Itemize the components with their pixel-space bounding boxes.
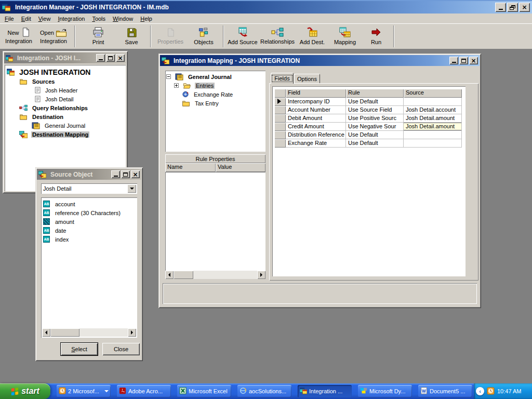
toolbar-button-add-source[interactable]: Add Source [227, 25, 259, 48]
close-button[interactable]: Close [102, 343, 140, 355]
integration-window-titlebar[interactable]: Integration - JOSH I... × [4, 52, 126, 63]
menu-integration[interactable]: Integration [54, 15, 88, 23]
tab-options[interactable]: Options [294, 74, 320, 84]
menu-file[interactable]: File [1, 15, 18, 23]
toolbar-button-print[interactable]: Print [81, 25, 115, 48]
menu-tools[interactable]: Tools [88, 15, 109, 23]
tree-item-destination-mapping[interactable]: Destination Mapping [19, 130, 126, 139]
menu-help[interactable]: Help [137, 15, 156, 23]
row-selector[interactable] [274, 123, 286, 131]
horizontal-scrollbar[interactable] [165, 271, 265, 279]
tree-item-josh-header[interactable]: Josh Header [35, 86, 126, 95]
minimize-button[interactable] [96, 54, 105, 62]
grid-row-account-number: Account Number Use Source Field Josh Det… [274, 106, 462, 114]
status-description-box [163, 283, 477, 304]
tray-clock-icon[interactable] [487, 387, 495, 396]
add-dest-icon [307, 27, 318, 38]
list-item-account[interactable]: AB account [43, 200, 137, 208]
scrollbar-thumb[interactable] [50, 328, 79, 337]
minimize-button[interactable] [449, 57, 458, 64]
list-item-date[interactable]: AB date [43, 226, 137, 235]
tree-item-query-relationships[interactable]: Query Relationships [19, 103, 126, 112]
mapping-window-titlebar[interactable]: Integration Mapping - JOSH INTEGRATION × [160, 55, 480, 66]
toolbar-button-new-integration[interactable]: New Integration [2, 25, 35, 48]
tree-item-sources[interactable]: Sources [19, 77, 126, 86]
toolbar-button-relationships[interactable]: Relationships [259, 25, 296, 48]
tree-root-josh-integration[interactable]: JOSH INTEGRATION [7, 67, 126, 77]
tree-item-exchange-rate[interactable]: Exchange Rate [182, 90, 265, 99]
add-source-icon [237, 27, 248, 38]
toolbar-button-run[interactable]: Run [362, 25, 391, 48]
relationships-icon [271, 28, 284, 38]
toolbar-button-save[interactable]: Save [115, 25, 148, 48]
minimize-button[interactable] [111, 170, 120, 178]
column-header-rule[interactable]: Rule [346, 89, 404, 98]
column-header-source[interactable]: Source [404, 89, 462, 98]
toolbar-button-mapping[interactable]: Mapping [328, 25, 362, 48]
start-button[interactable]: start [0, 383, 50, 399]
column-header-field[interactable]: Field [286, 89, 346, 98]
menu-window[interactable]: Window [109, 15, 137, 23]
tree-item-general-journal[interactable]: General Journal [32, 121, 126, 130]
scroll-left-button[interactable] [42, 328, 50, 337]
maximize-button[interactable] [121, 170, 130, 178]
windows-flag-icon [11, 387, 19, 395]
taskbar-group-button-microsoft[interactable]: 2 Microsof... [57, 385, 111, 397]
document-icon [35, 87, 41, 94]
tree-item-tax-entry[interactable]: Tax Entry [182, 99, 265, 108]
tree-item-destination[interactable]: Destination [19, 112, 126, 121]
source-table-combobox[interactable]: Josh Detail [41, 183, 137, 194]
source-object-titlebar[interactable]: Source Object × [37, 169, 141, 180]
list-item-reference[interactable]: AB reference (30 Characters) [43, 208, 137, 217]
row-selector[interactable] [274, 139, 286, 148]
expand-expander[interactable] [174, 83, 179, 88]
row-selector[interactable] [274, 114, 286, 123]
taskbar-button-document5[interactable]: Document5 ... [418, 385, 472, 397]
list-item-amount[interactable]: AB amount [43, 217, 137, 226]
maximize-button[interactable] [459, 57, 468, 64]
main-titlebar[interactable]: Integration Manager - JOSH INTEGRATION -… [0, 1, 532, 14]
horizontal-scrollbar[interactable] [42, 328, 136, 337]
restore-button[interactable] [507, 3, 518, 12]
toolbar-button-open-integration[interactable]: Open Integration [35, 25, 72, 48]
app-icon [2, 3, 10, 11]
maximize-button[interactable] [106, 54, 115, 62]
combobox-dropdown-button[interactable] [127, 184, 136, 193]
close-button[interactable]: × [131, 170, 140, 178]
source-object-icon [38, 171, 46, 178]
tab-fields[interactable]: Fields [271, 73, 294, 84]
tree-item-josh-detail[interactable]: Josh Detail [35, 95, 126, 103]
row-selector[interactable] [274, 131, 286, 139]
toolbar-button-add-dest[interactable]: Add Dest. [296, 25, 328, 48]
row-selector[interactable] [274, 106, 286, 114]
close-button[interactable]: × [469, 57, 478, 64]
taskbar-button-microsoft-excel[interactable]: Microsoft Excel [177, 385, 231, 397]
scroll-right-button[interactable] [257, 271, 265, 279]
tree-item-entries[interactable]: Entries [174, 81, 265, 90]
menu-view[interactable]: View [35, 15, 55, 23]
list-item-index[interactable]: AB index [43, 235, 137, 244]
taskbar-button-aocsolutions[interactable]: aocSolutions... [237, 385, 291, 397]
collapse-expander[interactable] [166, 74, 171, 79]
folder-icon [19, 78, 28, 85]
close-button[interactable]: × [116, 54, 125, 62]
column-header-name: Name [165, 163, 216, 172]
toolbar-button-objects[interactable]: Objects [187, 25, 220, 48]
taskbar-button-integration-active[interactable]: Integration ... [298, 385, 352, 397]
scroll-left-button[interactable] [165, 271, 174, 279]
minimize-button[interactable] [495, 3, 506, 12]
column-header-value: Value [216, 163, 265, 172]
taskbar-button-microsoft-dynamics[interactable]: Microsoft Dy... [358, 385, 412, 397]
tray-chevron-icon[interactable]: ‹ [476, 387, 484, 395]
row-selector-current[interactable] [274, 98, 286, 106]
tree-item-general-journal[interactable]: General Journal [166, 72, 265, 81]
taskbar-button-adobe-acrobat[interactable]: Adobe Acro... [117, 385, 171, 397]
highlighted-source-cell[interactable]: Josh Detail.amount [404, 123, 462, 131]
scrollbar-thumb[interactable] [174, 271, 193, 279]
scroll-right-button[interactable] [128, 328, 136, 337]
select-button[interactable]: Select [61, 343, 98, 355]
toolbar-separator [150, 25, 151, 47]
save-icon [127, 28, 137, 38]
menu-edit[interactable]: Edit [18, 15, 35, 23]
close-button[interactable]: × [519, 3, 530, 12]
